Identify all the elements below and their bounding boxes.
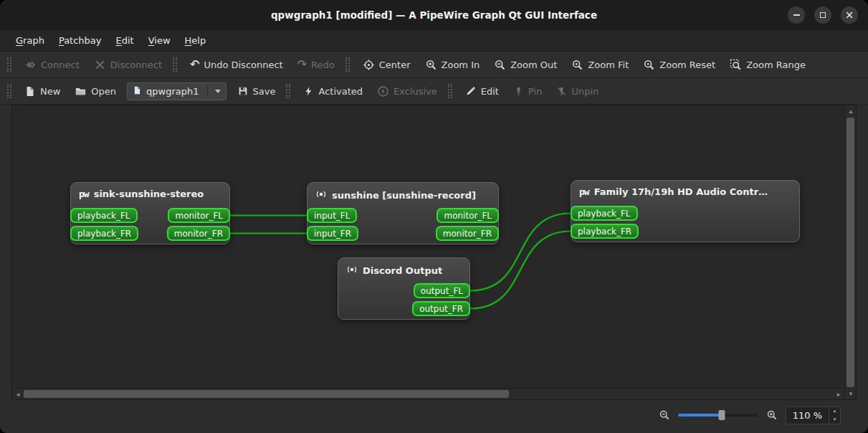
pin-button: Pin <box>507 82 548 100</box>
vertical-scrollbar[interactable]: ▴ ▾ <box>844 105 856 399</box>
node-family-hd-audio[interactable]: pw Family 17h/19h HD Audio Contr… playba… <box>571 180 800 242</box>
pipewire-icon: pw <box>579 186 589 197</box>
node-title: Discord Output <box>363 265 442 276</box>
zoom-out-button[interactable]: Zoom Out <box>487 55 563 75</box>
menu-edit[interactable]: Edit <box>109 30 141 51</box>
zoom-reset-button[interactable]: Zoom Reset <box>636 55 722 75</box>
window-controls: × <box>788 0 858 30</box>
port[interactable]: output_FL <box>414 283 470 298</box>
port[interactable]: monitor_FL <box>437 208 499 223</box>
menu-patchbay[interactable]: Patchbay <box>52 30 109 51</box>
exclusive-icon <box>377 85 389 97</box>
zoom-value: 110 % <box>786 407 829 424</box>
unpin-button: Unpin <box>550 82 605 100</box>
titlebar[interactable]: qpwgraph1 [modified] — A PipeWire Graph … <box>0 0 868 30</box>
menu-help[interactable]: Help <box>178 30 214 51</box>
zoom-fit-button[interactable]: Zoom Fit <box>565 55 635 75</box>
menubar: Graph Patchbay Edit View Help <box>0 30 868 52</box>
zoom-in-icon <box>425 59 437 71</box>
chevron-down-icon <box>215 90 221 93</box>
port[interactable]: playback_FR <box>571 224 639 239</box>
port[interactable]: playback_FR <box>70 226 138 241</box>
app-window: qpwgraph1 [modified] — A PipeWire Graph … <box>0 0 868 433</box>
vertical-scroll-track[interactable] <box>845 117 856 388</box>
connection-lines <box>12 105 844 388</box>
node-title: sink-sunshine-stereo <box>94 189 204 199</box>
disconnect-button: Disconnect <box>87 55 168 75</box>
statusbar: 110 % ▴ ▾ <box>0 400 868 433</box>
minimize-button[interactable] <box>788 6 805 24</box>
disconnect-icon <box>94 59 106 71</box>
zoom-range-button[interactable]: Zoom Range <box>723 55 812 75</box>
new-button[interactable]: New <box>18 82 67 101</box>
spin-down-icon[interactable]: ▾ <box>829 415 840 424</box>
port[interactable]: monitor_FR <box>436 226 499 241</box>
toolbar-handle[interactable] <box>7 84 11 98</box>
undo-disconnect-button[interactable]: ↶ Undo Disconnect <box>183 55 290 74</box>
open-icon <box>75 85 87 97</box>
open-button[interactable]: Open <box>68 82 123 101</box>
graph-canvas[interactable]: pw sink-sunshine-stereo playback_FL play… <box>12 105 844 388</box>
window-title: qpwgraph1 [modified] — A PipeWire Graph … <box>271 9 597 21</box>
maximize-button[interactable] <box>814 6 831 24</box>
edit-button[interactable]: Edit <box>459 82 505 100</box>
toolbar-handle[interactable] <box>448 84 452 98</box>
scroll-up-icon[interactable]: ▴ <box>845 105 857 117</box>
toolbar-handle[interactable] <box>173 57 177 72</box>
toolbar-handle[interactable] <box>7 57 11 72</box>
pipewire-icon: pw <box>79 189 89 199</box>
zoom-fit-icon <box>571 59 583 71</box>
node-sunshine-record[interactable]: sunshine [sunshine-record] input_FL inpu… <box>307 182 499 244</box>
port[interactable]: input_FR <box>307 226 358 241</box>
exclusive-button: Exclusive <box>371 82 444 101</box>
record-icon <box>346 264 358 277</box>
node-discord-output[interactable]: Discord Output output_FL output_FR <box>338 257 470 320</box>
save-button[interactable]: Save <box>231 82 282 100</box>
toolbar-handle[interactable] <box>286 84 290 98</box>
redo-button: ↷ Redo <box>291 55 341 74</box>
zoom-in-button[interactable]: Zoom In <box>419 55 487 75</box>
toolbar-handle[interactable] <box>345 57 350 72</box>
spin-up-icon[interactable]: ▴ <box>829 407 840 416</box>
port[interactable]: monitor_FL <box>168 208 230 223</box>
activated-button[interactable]: Activated <box>297 82 369 101</box>
node-title: sunshine [sunshine-record] <box>332 190 476 201</box>
zoom-out-small-icon[interactable] <box>659 409 670 421</box>
node-title: Family 17h/19h HD Audio Contr… <box>594 186 768 197</box>
scroll-down-icon[interactable]: ▾ <box>845 388 857 399</box>
port[interactable]: output_FR <box>412 301 470 316</box>
new-icon <box>24 85 36 97</box>
zoom-spinbox[interactable]: 110 % ▴ ▾ <box>786 406 841 424</box>
horizontal-scroll-track[interactable] <box>24 389 833 399</box>
vertical-scroll-thumb[interactable] <box>846 118 854 387</box>
node-header: sunshine [sunshine-record] <box>307 183 498 205</box>
port[interactable]: input_FL <box>307 208 357 223</box>
port[interactable]: monitor_FR <box>167 226 230 241</box>
minimize-icon <box>793 14 800 16</box>
save-icon <box>237 85 249 97</box>
patchbay-file-combo[interactable]: qpwgraph1 <box>127 82 226 100</box>
center-icon <box>363 59 375 71</box>
port[interactable]: playback_FL <box>70 208 138 223</box>
scroll-right-icon[interactable]: ▸ <box>833 389 844 400</box>
zoom-slider-handle[interactable] <box>719 410 725 420</box>
center-button[interactable]: Center <box>356 55 417 75</box>
connect-button: Connect <box>18 55 86 75</box>
horizontal-scrollbar[interactable]: ◂ ▸ <box>12 388 844 399</box>
menu-view[interactable]: View <box>141 30 178 51</box>
undo-icon: ↶ <box>190 59 199 70</box>
combo-value: qpwgraph1 <box>146 86 199 97</box>
toolbar-file: New Open qpwgraph1 Save Activated Exclus… <box>0 78 868 105</box>
node-sink-sunshine-stereo[interactable]: pw sink-sunshine-stereo playback_FL play… <box>70 182 230 244</box>
horizontal-scroll-thumb[interactable] <box>24 390 509 398</box>
pin-icon <box>513 85 524 97</box>
redo-icon: ↷ <box>297 59 307 70</box>
scroll-left-icon[interactable]: ◂ <box>12 389 24 400</box>
combo-separator <box>207 85 208 97</box>
zoom-in-small-icon[interactable] <box>766 409 778 421</box>
close-button[interactable]: × <box>841 6 858 24</box>
node-header: pw sink-sunshine-stereo <box>71 183 229 202</box>
zoom-slider[interactable] <box>678 410 758 420</box>
menu-graph[interactable]: Graph <box>9 30 52 51</box>
port[interactable]: playback_FL <box>571 206 638 221</box>
